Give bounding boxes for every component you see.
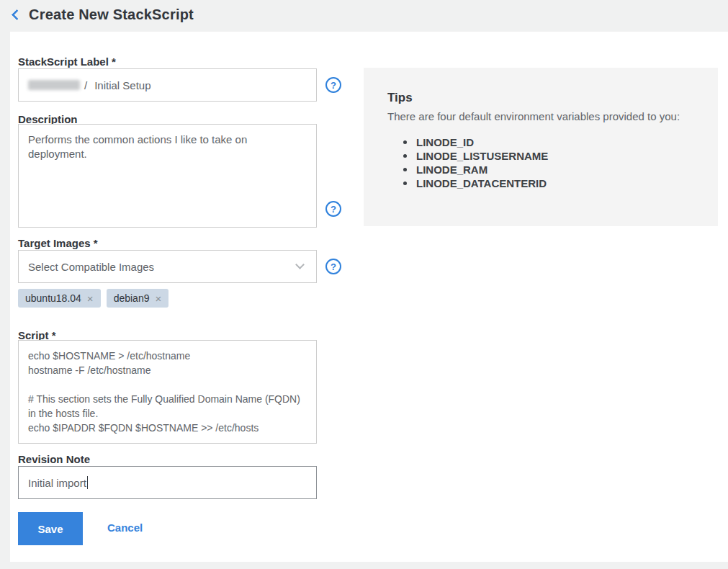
description-help-icon[interactable]: ? — [325, 201, 341, 217]
revision-note-value: Initial import — [28, 477, 86, 489]
tips-title: Tips — [387, 91, 413, 105]
page-title: Create New StackScript — [29, 6, 194, 23]
username-redacted-block — [28, 80, 80, 90]
tips-variable: LINODE_DATACENTERID — [402, 176, 548, 190]
description-value: Performs the common actions I like to ta… — [19, 125, 316, 169]
target-images-help-icon[interactable]: ? — [325, 259, 341, 274]
bullet-icon — [403, 168, 407, 171]
image-chip-label: debian9 — [114, 292, 150, 304]
bullet-icon — [403, 154, 407, 158]
chevron-left-icon — [12, 9, 23, 21]
tips-intro: There are four default environment varia… — [387, 110, 680, 122]
tips-variable: LINODE_LISTUSERNAME — [402, 149, 548, 163]
tips-panel: Tips There are four default environment … — [364, 68, 718, 226]
revision-note-input[interactable]: Initial import — [18, 466, 317, 499]
image-chip-ubuntu: ubuntu18.04 × — [18, 289, 101, 308]
bullet-icon — [403, 140, 407, 144]
tips-variable: LINODE_ID — [402, 135, 548, 149]
image-chip-label: ubuntu18.04 — [25, 292, 81, 304]
tips-variable: LINODE_RAM — [402, 163, 548, 176]
script-textarea[interactable]: echo $HOSTNAME > /etc/hostname hostname … — [18, 340, 317, 444]
text-caret — [87, 476, 88, 489]
script-value: echo $HOSTNAME > /etc/hostname hostname … — [19, 341, 316, 443]
description-textarea[interactable]: Performs the common actions I like to ta… — [18, 124, 317, 228]
stackscript-label-input[interactable]: / Initial Setup — [18, 68, 317, 102]
label-separator: / — [84, 79, 87, 91]
chip-remove-icon[interactable]: × — [87, 293, 94, 304]
target-images-select[interactable]: Select Compatible Images — [18, 250, 317, 283]
chip-remove-icon[interactable]: × — [155, 293, 161, 304]
target-images-label: Target Images * — [18, 237, 98, 249]
back-button[interactable] — [9, 8, 24, 24]
page-header: Create New StackScript — [0, 0, 728, 32]
save-button[interactable]: Save — [18, 512, 83, 545]
stackscript-label-label: StackScript Label * — [18, 55, 116, 68]
image-chip-debian: debian9 × — [107, 289, 169, 308]
selected-images-chips: ubuntu18.04 × debian9 × — [18, 289, 168, 308]
tips-variable-list: LINODE_ID LINODE_LISTUSERNAME LINODE_RAM… — [402, 135, 548, 190]
revision-note-label: Revision Note — [18, 453, 90, 465]
target-images-placeholder: Select Compatible Images — [28, 261, 154, 273]
stackscript-label-value: Initial Setup — [94, 79, 150, 91]
create-stackscript-page: Create New StackScript StackScript Label… — [0, 0, 728, 569]
bullet-icon — [403, 182, 407, 185]
cancel-button[interactable]: Cancel — [107, 521, 143, 534]
label-help-icon[interactable]: ? — [325, 77, 341, 93]
